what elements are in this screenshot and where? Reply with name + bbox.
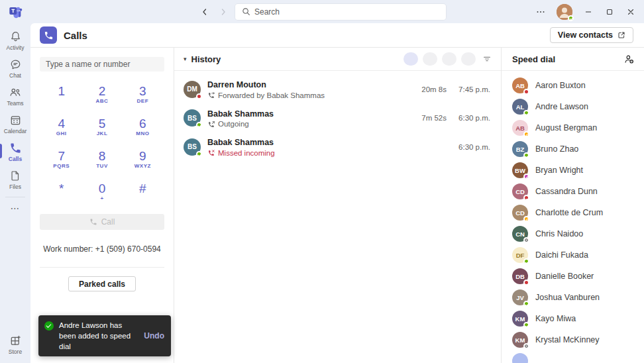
contact-name: Kayo Miwa (535, 314, 576, 323)
dialpad-key[interactable]: * (41, 177, 81, 206)
speed-dial-contact[interactable]: DB Danielle Booker (502, 266, 644, 287)
dial-input[interactable] (40, 57, 164, 72)
divider (40, 267, 164, 268)
history-panel: ▾ History DM (174, 48, 502, 363)
avatar: CD (512, 183, 528, 199)
speed-dial-contact[interactable]: KM Krystal McKinney (502, 329, 644, 350)
dialpad-key[interactable]: 5 JKL (81, 112, 122, 141)
dialpad-key[interactable]: # (123, 177, 163, 206)
speed-dial-contact[interactable]: CN Chris Naidoo (502, 223, 644, 244)
search-box[interactable] (235, 4, 446, 20)
filter-icon[interactable] (482, 54, 492, 64)
chevron-down-icon[interactable]: ▾ (184, 56, 187, 62)
history-filter-pill[interactable] (442, 52, 456, 66)
presence-badge (523, 131, 529, 137)
presence-badge (196, 151, 202, 157)
avatar: BZ (512, 141, 528, 157)
sidebar-item-calls[interactable]: Calls (0, 138, 30, 166)
store-icon (9, 335, 22, 347)
dialpad-key[interactable]: 9 WXYZ (123, 144, 163, 174)
search-input[interactable] (254, 7, 439, 17)
dialpad-key[interactable]: 8 TUV (81, 144, 122, 174)
page-header: Calls View contacts (30, 23, 644, 48)
user-avatar[interactable] (557, 4, 572, 20)
avatar: CN (512, 226, 528, 242)
contact-name: Babak Shammas (207, 138, 274, 147)
close-button[interactable] (621, 3, 640, 21)
sidebar-item-store[interactable]: Store (0, 331, 30, 359)
sidebar-item-files[interactable]: Files (0, 166, 30, 194)
history-row[interactable]: DM Darren Mouton Forwarded by Babak Sham… (174, 75, 501, 104)
presence-badge (523, 280, 529, 285)
dialpad-key[interactable]: 3 DEF (123, 79, 163, 109)
history-filter-pill[interactable] (461, 52, 476, 66)
success-check-icon (44, 321, 54, 331)
speed-dial-contact[interactable]: AL Andre Lawson (502, 96, 644, 117)
sidebar-item-chat[interactable]: Chat (0, 55, 30, 83)
call-time: 7:45 p.m. (453, 85, 490, 93)
speed-dial-contact[interactable]: JV Joshua Vanburen (502, 287, 644, 308)
sidebar-item-activity[interactable]: Activity (0, 27, 30, 55)
dialpad-key[interactable]: 0 + (81, 177, 122, 206)
avatar: AB (512, 78, 528, 93)
call-button[interactable]: Call (40, 214, 164, 230)
avatar: KM (512, 332, 528, 348)
presence-badge (523, 195, 529, 201)
calls-app-icon (40, 26, 57, 44)
speed-dial-contact[interactable]: BZ Bruno Zhao (502, 138, 644, 160)
undo-button[interactable]: Undo (144, 331, 164, 340)
speed-dial-contact[interactable]: CD Cassandra Dunn (502, 181, 644, 202)
dialpad-key[interactable]: 4 GHI (41, 112, 81, 141)
calls-page: Calls View contacts 1 (30, 23, 644, 363)
call-type-icon (207, 121, 215, 129)
external-link-icon (617, 31, 625, 39)
people-icon (9, 86, 22, 99)
dialpad-key[interactable]: 7 PQRS (41, 144, 81, 174)
minimize-button[interactable] (579, 3, 598, 21)
avatar: CD (512, 205, 528, 221)
back-button[interactable] (198, 5, 211, 19)
contact-name: Danielle Booker (535, 272, 594, 281)
sidebar-item-calendar[interactable]: Calendar (0, 111, 30, 138)
speed-dial-contact[interactable]: DF Daichi Fukada (502, 244, 644, 266)
history-title: History (191, 54, 221, 64)
sidebar-more-button[interactable]: ⋯ (11, 200, 21, 216)
dialpad-key[interactable]: 2 ABC (81, 79, 122, 109)
speed-dial-contact[interactable]: AB August Bergman (502, 117, 644, 138)
search-icon (242, 7, 250, 16)
history-row[interactable]: BS Babak Shammas Missed incoming (174, 132, 501, 162)
speed-dial-title: Speed dial (512, 54, 623, 64)
speed-dial-contact[interactable]: AB Aaron Buxton (502, 75, 644, 96)
forward-button[interactable] (217, 5, 230, 19)
history-filter-pill[interactable] (423, 52, 437, 66)
history-filter-pill[interactable] (403, 52, 418, 66)
presence-badge (196, 93, 202, 99)
presence-badge (523, 322, 529, 328)
add-contact-icon[interactable] (623, 54, 635, 65)
call-time: 6:30 p.m. (453, 143, 490, 151)
sidebar-divider (5, 197, 25, 197)
speed-dial-contact[interactable] (502, 350, 644, 363)
more-options-button[interactable] (531, 3, 550, 21)
dialpad-key[interactable]: 6 MNO (123, 112, 163, 141)
contact-name: Charlotte de Crum (535, 208, 603, 217)
page-title: Calls (64, 30, 87, 41)
history-filters (403, 52, 476, 66)
maximize-button[interactable] (600, 3, 619, 21)
avatar: DM (184, 81, 201, 98)
history-row[interactable]: BS Babak Shammas Outgoing (174, 104, 501, 133)
view-contacts-button[interactable]: View contacts (550, 27, 633, 43)
call-type-icon (207, 149, 215, 157)
presence-badge (196, 122, 202, 128)
sidebar-item-teams[interactable]: Teams (0, 83, 30, 111)
speed-dial-contact[interactable]: CD Charlotte de Crum (502, 202, 644, 223)
speed-dial-contact[interactable]: KM Kayo Miwa (502, 308, 644, 329)
bell-icon (9, 30, 22, 43)
parked-calls-button[interactable]: Parked calls (68, 276, 136, 291)
dialpad-key[interactable]: 1 (41, 79, 81, 109)
toast-notification: Andre Lawson has been added to speed dia… (38, 315, 171, 356)
phone-icon (9, 142, 22, 154)
call-duration: 20m 8s (413, 85, 447, 93)
contact-name: Joshua Vanburen (535, 293, 600, 302)
speed-dial-contact[interactable]: BW Bryan Wright (502, 160, 644, 181)
